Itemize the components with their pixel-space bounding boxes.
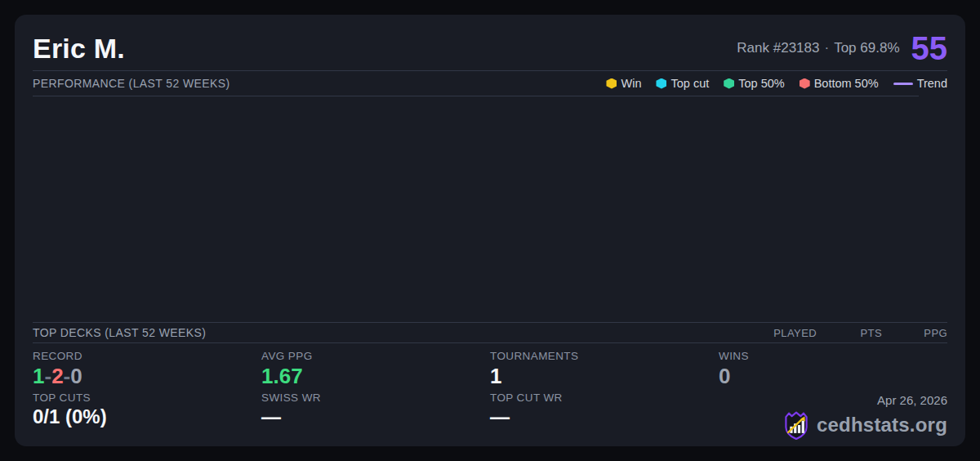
top-cuts-value: 0/1 (0%) <box>33 406 261 427</box>
site-brand[interactable]: cedhstats.org <box>719 410 947 440</box>
top-decks-title: TOP DECKS (LAST 52 WEEKS) <box>33 326 206 339</box>
legend-item-top50: Top 50% <box>724 77 784 90</box>
column-ppg: PPG <box>882 327 947 339</box>
stat-label: TOURNAMENTS <box>490 350 719 362</box>
record-separator: - <box>44 364 51 388</box>
stat-label: TOP CUT WR <box>490 392 719 404</box>
record-draws: 0 <box>70 364 82 388</box>
topcut-marker-icon <box>656 78 666 89</box>
legend-item-win: Win <box>606 77 641 90</box>
stat-record: RECORD 1-2-0 <box>33 350 261 388</box>
legend-item-bottom50: Bottom 50% <box>800 77 879 90</box>
wins-value: 0 <box>719 365 947 388</box>
top-decks-header-row: TOP DECKS (LAST 52 WEEKS) PLAYED PTS PPG <box>33 322 947 343</box>
record-value: 1-2-0 <box>33 365 261 388</box>
top-decks-columns: PLAYED PTS PPG <box>751 327 947 339</box>
rank-separator: · <box>824 40 829 56</box>
performance-chart-area <box>33 96 947 322</box>
legend-label: Top cut <box>670 77 709 90</box>
stats-grid: RECORD 1-2-0 AVG PPG 1.67 TOURNAMENTS 1 … <box>33 350 947 440</box>
legend-label: Win <box>621 77 641 90</box>
stat-label: SWISS WR <box>261 392 490 404</box>
top-percent: Top 69.8% <box>834 40 899 56</box>
score-value: 55 <box>911 32 948 65</box>
performance-header-row: PERFORMANCE (LAST 52 WEEKS) Win Top cut … <box>33 71 947 96</box>
column-played: PLAYED <box>751 327 817 339</box>
snapshot-date: Apr 26, 2026 <box>719 393 947 407</box>
performance-title: PERFORMANCE (LAST 52 WEEKS) <box>33 77 230 90</box>
stat-label: WINS <box>719 350 947 362</box>
record-separator: - <box>64 364 71 388</box>
card-header: Eric M. Rank #23183·Top 69.8% 55 <box>33 15 947 70</box>
site-name: cedhstats.org <box>817 414 947 436</box>
swiss-wr-value: — <box>261 406 490 427</box>
legend-label: Bottom 50% <box>814 77 879 90</box>
rank-text: Rank #23183 <box>737 40 819 56</box>
stat-top-cut-wr: TOP CUT WR — <box>490 392 719 440</box>
player-stats-card: Eric M. Rank #23183·Top 69.8% 55 PERFORM… <box>15 15 965 446</box>
stat-swiss-wr: SWISS WR — <box>261 392 490 440</box>
footer-cell: Apr 26, 2026 cedhstats.org <box>719 392 947 440</box>
stat-label: RECORD <box>33 350 261 362</box>
legend-item-trend: Trend <box>893 77 947 90</box>
stat-avg-ppg: AVG PPG 1.67 <box>261 350 490 388</box>
top50-marker-icon <box>724 78 734 89</box>
stat-top-cuts: TOP CUTS 0/1 (0%) <box>33 392 261 440</box>
rank-line: Rank #23183·Top 69.8% <box>737 40 899 56</box>
record-wins: 1 <box>33 364 44 388</box>
column-pts: PTS <box>817 327 882 339</box>
avg-ppg-value: 1.67 <box>261 365 490 388</box>
legend-label: Top 50% <box>738 77 784 90</box>
player-name: Eric M. <box>33 33 125 65</box>
record-losses: 2 <box>51 364 63 388</box>
stat-label: TOP CUTS <box>33 392 261 404</box>
stat-wins: WINS 0 <box>719 350 947 388</box>
win-marker-icon <box>606 78 617 89</box>
rank-summary: Rank #23183·Top 69.8% 55 <box>737 32 947 65</box>
stat-tournaments: TOURNAMENTS 1 <box>490 350 719 388</box>
stat-label: AVG PPG <box>261 350 490 362</box>
cedhstats-shield-logo-icon <box>782 410 810 440</box>
legend-label: Trend <box>917 77 947 90</box>
chart-legend: Win Top cut Top 50% Bottom 50% Trend <box>606 77 947 90</box>
tournaments-value: 1 <box>490 365 719 388</box>
legend-item-topcut: Top cut <box>656 77 709 90</box>
top-cut-wr-value: — <box>490 406 719 427</box>
trend-line-icon <box>893 83 913 85</box>
bottom50-marker-icon <box>800 78 810 89</box>
